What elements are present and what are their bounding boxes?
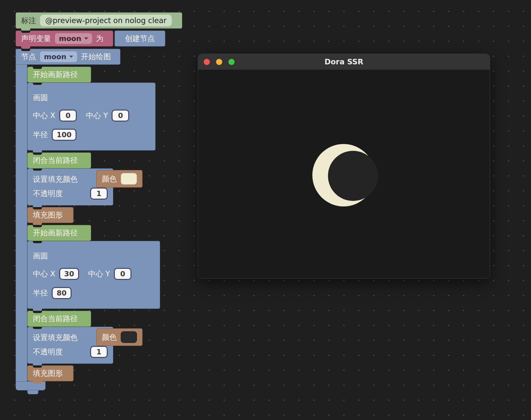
radius-field[interactable]: 100 — [52, 129, 76, 141]
variable-dropdown[interactable]: moon — [55, 33, 92, 44]
dora-ssr-window[interactable]: Dora SSR — [198, 54, 490, 279]
circle-radius-row: 半径 100 — [33, 129, 150, 141]
node-variable-dropdown[interactable]: moon — [40, 51, 77, 62]
fill-shape-block-1[interactable]: 填充图形 — [27, 207, 74, 223]
opacity-row: 不透明度 1 — [33, 188, 108, 200]
set-fill-label: 设置填充颜色 — [33, 174, 78, 184]
node-label: 节点 — [21, 52, 36, 62]
circle-center-row: 中心 X 0 中心 Y 0 — [33, 110, 150, 122]
begin-path-label: 开始画新路径 — [33, 228, 78, 238]
render-canvas — [198, 70, 490, 278]
center-y-field[interactable]: 0 — [112, 110, 129, 122]
node-start-draw-block[interactable]: 节点 moon 开始绘图 — [16, 49, 120, 65]
dropdown-arrow-icon — [84, 37, 88, 40]
circle-center-row: 中心 X 30 中心 Y 0 — [33, 268, 155, 280]
circle-label: 画圆 — [33, 93, 48, 103]
radius-label: 半径 — [33, 288, 48, 298]
node-block-bottom-tab[interactable] — [27, 390, 38, 394]
draw-circle-block-2[interactable]: 画圆 中心 X 30 中心 Y 0 半径 80 — [27, 241, 160, 309]
declare-label: 声明变量 — [21, 33, 51, 44]
color-label: 颜色 — [102, 174, 117, 184]
variable-dropdown-value: moon — [59, 34, 81, 43]
comment-label: 标注 — [21, 16, 36, 26]
center-y-field[interactable]: 0 — [114, 268, 131, 280]
close-path-block-2[interactable]: 闭合当前路径 — [27, 311, 91, 327]
radius-label: 半径 — [33, 130, 48, 140]
moon-drawing — [198, 70, 490, 278]
circle-title-row: 画圆 — [33, 93, 150, 103]
comment-block[interactable]: 标注 @preview-project on nolog clear — [16, 12, 182, 29]
opacity-label: 不透明度 — [33, 189, 63, 199]
center-y-label: 中心 Y — [86, 111, 108, 121]
opacity-field[interactable]: 1 — [90, 188, 108, 200]
center-x-label: 中心 X — [33, 111, 55, 121]
opacity-field[interactable]: 1 — [90, 346, 108, 358]
center-y-label: 中心 Y — [88, 269, 110, 279]
node-action-label: 开始绘图 — [81, 52, 111, 62]
create-node-label: 创建节点 — [125, 33, 155, 44]
draw-circle-block-1[interactable]: 画圆 中心 X 0 中心 Y 0 半径 100 — [27, 83, 156, 151]
begin-path-label: 开始画新路径 — [33, 70, 78, 80]
fill-shape-block-2[interactable]: 填充图形 — [27, 365, 74, 381]
opacity-label: 不透明度 — [33, 347, 63, 357]
color-label: 颜色 — [102, 332, 117, 342]
node-variable-dropdown-value: moon — [44, 53, 66, 61]
close-path-label: 闭合当前路径 — [33, 155, 78, 165]
center-x-field[interactable]: 0 — [59, 110, 77, 122]
begin-path-block-2[interactable]: 开始画新路径 — [27, 225, 91, 241]
close-path-block-1[interactable]: 闭合当前路径 — [27, 152, 91, 168]
moon-inner-circle — [328, 151, 378, 201]
create-node-block[interactable]: 创建节点 — [115, 31, 165, 46]
color-swatch-dark[interactable] — [121, 331, 137, 343]
set-fill-label: 设置填充颜色 — [33, 333, 78, 343]
radius-field[interactable]: 80 — [52, 287, 72, 299]
center-x-field[interactable]: 30 — [59, 268, 79, 280]
fill-shape-label: 填充图形 — [33, 368, 63, 378]
center-x-label: 中心 X — [33, 269, 55, 279]
declare-variable-block[interactable]: 声明变量 moon 为 — [16, 31, 113, 46]
circle-radius-row: 半径 80 — [33, 287, 155, 299]
circle-label: 画圆 — [33, 251, 48, 261]
close-button[interactable] — [204, 59, 210, 65]
declare-connector-label: 为 — [96, 33, 103, 44]
zoom-button[interactable] — [228, 59, 235, 65]
node-block-left-spine[interactable] — [16, 49, 27, 383]
minimize-button[interactable] — [216, 59, 222, 65]
color-block-1[interactable]: 颜色 — [96, 170, 143, 188]
close-path-label: 闭合当前路径 — [33, 314, 78, 324]
window-titlebar[interactable]: Dora SSR — [198, 54, 490, 70]
fill-shape-label: 填充图形 — [33, 210, 63, 220]
circle-title-row: 画圆 — [33, 251, 155, 261]
window-title: Dora SSR — [324, 58, 363, 66]
color-swatch-cream[interactable] — [121, 173, 137, 185]
traffic-lights — [204, 54, 235, 70]
opacity-row: 不透明度 1 — [33, 346, 108, 358]
color-block-2[interactable]: 颜色 — [96, 328, 143, 346]
blockly-workspace[interactable]: 标注 @preview-project on nolog clear 声明变量 … — [0, 0, 531, 420]
comment-text-field[interactable]: @preview-project on nolog clear — [40, 15, 172, 26]
dropdown-arrow-icon — [69, 56, 73, 58]
begin-path-block-1[interactable]: 开始画新路径 — [27, 67, 91, 83]
